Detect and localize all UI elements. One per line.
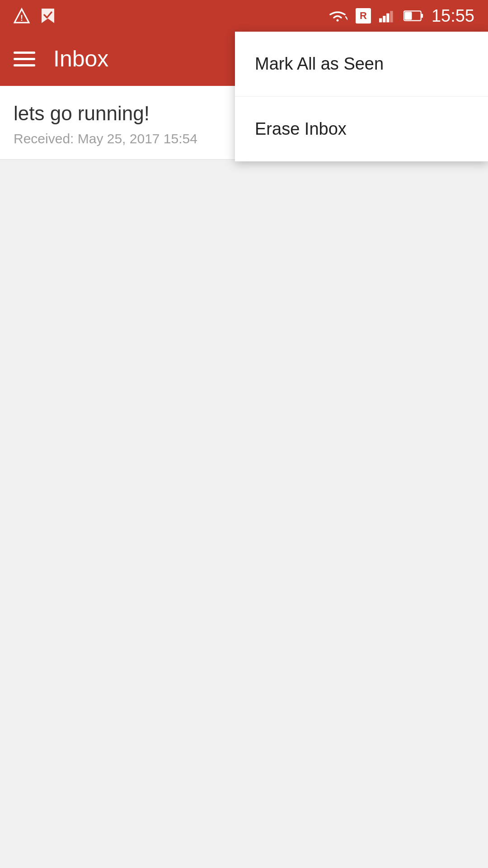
roaming-badge: R [356,8,371,24]
status-time: 15:55 [432,6,474,26]
wifi-icon [328,9,347,23]
svg-rect-2 [379,18,382,22]
mark-all-seen-item[interactable]: Mark All as Seen [235,32,488,97]
erase-inbox-item[interactable]: Erase Inbox [235,97,488,161]
hamburger-line-3 [14,64,35,66]
signal-icon [379,9,395,23]
hamburger-menu-button[interactable] [14,52,35,66]
status-bar-left-icons: ! [14,7,57,25]
svg-rect-8 [405,12,412,20]
status-bar: ! R 15:5 [0,0,488,32]
svg-rect-5 [390,11,393,22]
battery-icon [404,10,423,22]
bookmark-check-icon [39,7,57,25]
svg-text:!: ! [20,14,23,23]
status-bar-right-icons: R 15:55 [328,6,474,26]
dropdown-menu: Mark All as Seen Erase Inbox [235,32,488,161]
warning-icon: ! [14,8,30,24]
hamburger-line-2 [14,58,35,60]
svg-rect-4 [386,14,389,23]
hamburger-line-1 [14,52,35,54]
svg-rect-3 [383,16,385,22]
svg-rect-7 [421,14,423,18]
